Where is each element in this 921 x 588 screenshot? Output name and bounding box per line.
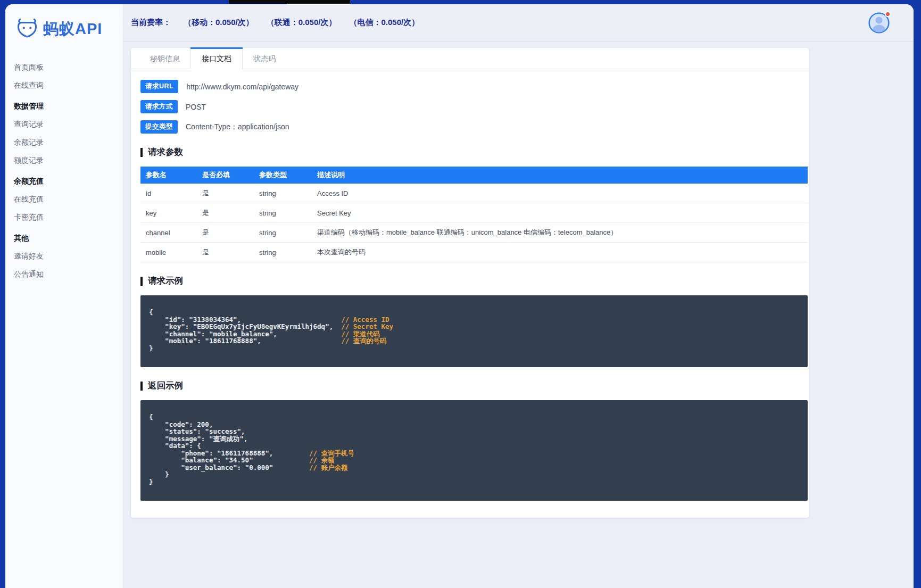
code-line: "balance": "34.50" // 余额 — [149, 457, 799, 464]
table-header-cell: 描述说明 — [312, 167, 808, 184]
request-info-value: Content-Type：application/json — [186, 122, 289, 132]
sidebar-item-5[interactable]: 额度记录 — [14, 152, 123, 170]
notification-dot — [885, 11, 891, 17]
rate-item-2: （电信：0.050/次） — [349, 18, 419, 28]
table-cell: channel — [140, 223, 197, 243]
request-info-value: http://www.dkym.com/api/gateway — [186, 82, 298, 91]
request-info-row-2: 提交类型Content-Type：application/json — [140, 120, 808, 134]
code-line: { — [149, 413, 799, 421]
table-cell: string — [254, 184, 312, 203]
table-cell: 本次查询的号码 — [312, 243, 808, 262]
request-example-code: { "id": "3138034364", // Access ID "key"… — [140, 295, 808, 367]
table-header-cell: 参数类型 — [254, 167, 312, 184]
user-avatar[interactable] — [868, 12, 890, 34]
code-line: "key": "EBOEGqUx7yIjcFyU8egvKEyrmilhj6dq… — [149, 323, 799, 330]
table-cell: string — [254, 223, 312, 243]
table-row: mobile是string本次查询的号码 — [140, 243, 808, 262]
code-line: "data": { — [149, 442, 799, 450]
table-cell: mobile — [140, 243, 197, 262]
sidebar-item-1[interactable]: 在线查询 — [14, 77, 123, 95]
app-window: 蚂蚁API 首页面板在线查询数据管理查询记录余额记录额度记录余额充值在线充值卡密… — [5, 4, 914, 588]
table-row: id是stringAccess ID — [140, 184, 808, 203]
topbar: 当前费率： （移动：0.050/次）（联通：0.050/次）（电信：0.050/… — [123, 4, 914, 42]
section-marker — [140, 277, 143, 286]
sidebar-section-9: 其他 — [14, 229, 123, 247]
code-line: } — [149, 345, 799, 352]
table-header-cell: 参数名 — [140, 167, 197, 184]
rate-item-1: （联通：0.050/次） — [267, 18, 337, 28]
content-area: 秘钥信息接口文档状态码 请求URLhttp://www.dkym.com/api… — [123, 42, 914, 588]
table-cell: key — [140, 203, 197, 223]
table-row: channel是string渠道编码（移动编码：mobile_balance 联… — [140, 223, 808, 243]
table-cell: id — [140, 184, 197, 203]
logo: 蚂蚁API — [5, 4, 123, 40]
rate-label: 当前费率： — [131, 18, 171, 28]
sidebar-section-6: 余额充值 — [14, 172, 123, 191]
card-body: 请求URLhttp://www.dkym.com/api/gateway请求方式… — [131, 69, 809, 518]
logo-text: 蚂蚁API — [43, 19, 102, 40]
code-line: "status": "success", — [149, 428, 799, 435]
code-comment: // 账户余额 — [309, 463, 348, 471]
tab-header: 秘钥信息接口文档状态码 — [131, 48, 809, 69]
table-cell: 是 — [197, 243, 254, 262]
table-cell: string — [254, 243, 312, 262]
request-info-row-0: 请求URLhttp://www.dkym.com/api/gateway — [140, 80, 808, 93]
sidebar-item-10[interactable]: 邀请好友 — [14, 247, 123, 266]
section-marker — [140, 148, 143, 157]
tab-status-codes[interactable]: 状态码 — [243, 48, 286, 69]
table-cell: 是 — [197, 184, 254, 203]
browser-artifact-line — [287, 4, 350, 5]
response-example-code: { "code": 200, "status": "success", "mes… — [140, 400, 808, 501]
request-info-row-1: 请求方式POST — [140, 100, 808, 113]
sidebar-item-8[interactable]: 卡密充值 — [14, 209, 123, 227]
section-marker — [140, 382, 143, 391]
sidebar-item-0[interactable]: 首页面板 — [14, 59, 123, 77]
code-line: "user_balance": "0.000" // 账户余额 — [149, 464, 799, 471]
browser-artifact-bar — [229, 0, 350, 4]
request-info-badge: 提交类型 — [140, 120, 178, 134]
request-info-badge: 请求URL — [140, 80, 178, 93]
request-info-badge: 请求方式 — [140, 100, 178, 113]
request-info-list: 请求URLhttp://www.dkym.com/api/gateway请求方式… — [140, 80, 808, 134]
code-line: } — [149, 478, 799, 486]
section-title-request-example: 请求示例 — [140, 275, 808, 287]
rate-item-0: （移动：0.050/次） — [184, 18, 254, 28]
code-comment: // 查询的号码 — [341, 337, 386, 345]
sidebar-item-7[interactable]: 在线充值 — [14, 191, 123, 209]
table-header-cell: 是否必填 — [197, 167, 254, 184]
sidebar: 蚂蚁API 首页面板在线查询数据管理查询记录余额记录额度记录余额充值在线充值卡密… — [5, 4, 123, 588]
tab-api-docs[interactable]: 接口文档 — [190, 48, 243, 69]
sidebar-item-4[interactable]: 余额记录 — [14, 134, 123, 152]
code-line: "mobile": "18611768888", // 查询的号码 — [149, 337, 799, 345]
sidebar-section-2: 数据管理 — [14, 97, 123, 115]
table-cell: Secret Key — [312, 203, 808, 223]
sidebar-item-3[interactable]: 查询记录 — [14, 115, 123, 134]
request-info-value: POST — [186, 103, 206, 111]
table-cell: 是 — [197, 223, 254, 243]
main-area: 当前费率： （移动：0.050/次）（联通：0.050/次）（电信：0.050/… — [123, 4, 914, 588]
api-doc-card: 秘钥信息接口文档状态码 请求URLhttp://www.dkym.com/api… — [131, 48, 809, 518]
table-row: key是stringSecret Key — [140, 203, 808, 223]
table-cell: string — [254, 203, 312, 223]
sidebar-menu: 首页面板在线查询数据管理查询记录余额记录额度记录余额充值在线充值卡密充值其他邀请… — [5, 59, 123, 284]
table-cell: Access ID — [312, 184, 808, 203]
section-title-response-example: 返回示例 — [140, 380, 808, 392]
section-title-request-params: 请求参数 — [140, 146, 808, 158]
code-line: { — [149, 309, 799, 316]
rate-bar: 当前费率： （移动：0.050/次）（联通：0.050/次）（电信：0.050/… — [131, 18, 419, 28]
code-line: "message": "查询成功", — [149, 435, 799, 443]
ant-logo-icon — [15, 18, 39, 40]
params-table-header-row: 参数名是否必填参数类型描述说明 — [140, 167, 808, 184]
code-line: } — [149, 471, 799, 478]
user-icon — [868, 26, 890, 35]
code-line: "phone": "18611768888", // 查询手机号 — [149, 450, 799, 457]
table-cell: 是 — [197, 203, 254, 223]
sidebar-item-11[interactable]: 公告通知 — [14, 266, 123, 284]
params-table: 参数名是否必填参数类型描述说明 id是stringAccess IDkey是st… — [140, 167, 808, 262]
tab-key-info[interactable]: 秘钥信息 — [139, 48, 190, 69]
code-line: "id": "3138034364", // Access ID — [149, 316, 799, 324]
table-cell: 渠道编码（移动编码：mobile_balance 联通编码：unicom_bal… — [312, 223, 808, 243]
code-line: "channel": "mobile_balance", // 渠道代码 — [149, 330, 799, 338]
code-line: "code": 200, — [149, 421, 799, 428]
